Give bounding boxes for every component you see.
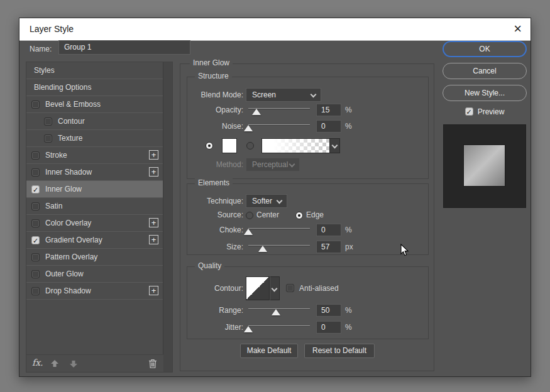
effect-checkbox[interactable] [31,202,40,210]
range-unit: % [345,306,352,315]
sidebar-item-label: Blending Options [34,83,91,92]
choke-slider[interactable] [248,225,310,236]
blend-mode-dropdown[interactable]: Screen [246,88,321,102]
slider-thumb[interactable] [272,309,280,315]
noise-unit: % [345,122,352,131]
sidebar-item-color-overlay[interactable]: Color Overlay+ [26,215,163,232]
layer-style-dialog: Layer Style × Name: Group 1 StylesBlendi… [19,18,531,377]
chevron-down-icon [272,286,278,292]
sidebar-item-texture[interactable]: Texture [26,130,163,147]
sidebar-item-styles[interactable]: Styles [26,62,163,79]
sidebar-item-label: Gradient Overlay [45,236,102,244]
move-up-icon[interactable] [50,359,59,368]
effect-checkbox[interactable] [31,219,40,227]
glow-color-swatch[interactable] [222,138,237,153]
jitter-slider[interactable] [248,322,310,333]
noise-label: Noise: [187,122,243,131]
effect-checkbox[interactable] [31,151,40,160]
slider-thumb[interactable] [244,125,253,131]
effect-checkbox[interactable] [31,168,40,177]
opacity-unit: % [345,106,352,114]
name-label: Name: [30,45,52,53]
close-icon[interactable]: × [514,21,522,37]
source-center-label: Center [256,210,279,219]
reset-to-default-button[interactable]: Reset to Default [304,344,375,358]
slider-track [248,325,310,327]
sidebar-item-satin[interactable]: Satin [26,198,163,215]
preview-checkbox[interactable]: ✓ [465,107,473,116]
elements-legend: Elements [195,178,233,187]
opacity-value[interactable]: 15 [316,104,341,116]
name-input[interactable]: Group 1 [58,40,190,55]
source-edge-label: Edge [306,210,324,219]
slider-thumb[interactable] [244,229,253,235]
sidebar-item-bevel-emboss[interactable]: Bevel & Emboss [26,96,163,113]
opacity-slider[interactable] [248,105,310,116]
sidebar-item-pattern-overlay[interactable]: Pattern Overlay [26,249,163,266]
add-effect-icon[interactable]: + [149,286,158,295]
slider-thumb[interactable] [258,246,267,252]
add-effect-icon[interactable]: + [149,150,158,160]
sidebar-scrollbar[interactable] [163,62,172,372]
anti-aliased-checkbox[interactable] [286,284,294,292]
add-effect-icon[interactable]: + [149,235,158,244]
effect-checkbox[interactable]: ✓ [31,185,40,193]
slider-thumb[interactable] [244,326,253,332]
sidebar-item-gradient-overlay[interactable]: ✓Gradient Overlay+ [26,232,163,249]
move-down-icon[interactable] [69,359,78,368]
glow-gradient-swatch[interactable] [261,138,340,153]
sidebar-item-label: Inner Shadow [45,168,92,177]
dialog-title: Layer Style [30,24,74,34]
sidebar-item-outer-glow[interactable]: Outer Glow [26,266,163,283]
effect-checkbox[interactable]: ✓ [31,236,40,244]
gradient-radio[interactable] [246,142,254,150]
contour-picker-button[interactable] [270,276,280,300]
preview-label: Preview [478,107,505,116]
effect-checkbox[interactable] [44,134,52,143]
effect-checkbox[interactable] [31,287,40,295]
noise-value[interactable]: 0 [316,120,341,133]
sidebar-item-label: Satin [45,202,62,210]
source-center-radio[interactable] [246,212,253,219]
effect-checkbox[interactable] [31,253,40,261]
slider-thumb[interactable] [252,109,261,115]
sidebar-item-inner-glow[interactable]: ✓Inner Glow [26,181,163,198]
technique-dropdown[interactable]: Softer [246,194,287,208]
cancel-button[interactable]: Cancel [443,63,527,79]
sidebar-item-drop-shadow[interactable]: Drop Shadow+ [26,283,163,300]
ok-button[interactable]: OK [443,41,527,57]
make-default-button[interactable]: Make Default [240,344,298,358]
add-effect-icon[interactable]: + [149,167,158,177]
new-style-button[interactable]: New Style... [443,85,527,101]
fx-menu-icon[interactable]: fx. [32,357,43,368]
jitter-value[interactable]: 0 [316,321,341,334]
size-slider[interactable] [248,242,310,253]
effect-checkbox[interactable] [44,117,52,126]
add-effect-icon[interactable]: + [149,218,158,227]
sidebar-item-contour[interactable]: Contour [26,113,163,130]
contour-thumbnail[interactable] [246,276,270,300]
sidebar-item-inner-shadow[interactable]: Inner Shadow+ [26,164,163,181]
sidebar-item-blending-options[interactable]: Blending Options [26,79,163,96]
range-value[interactable]: 50 [316,304,341,317]
dialog-titlebar[interactable]: Layer Style × [19,18,531,41]
size-value[interactable]: 57 [316,241,341,253]
technique-label: Technique: [187,197,243,205]
choke-value[interactable]: 0 [316,224,341,236]
source-edge-radio[interactable] [295,212,303,219]
chevron-down-icon [332,143,338,149]
gradient-picker-button[interactable] [329,139,339,153]
sidebar-item-stroke[interactable]: Stroke+ [26,147,163,164]
range-slider[interactable] [248,305,310,316]
effect-checkbox[interactable] [31,101,40,109]
effect-checkbox[interactable] [31,270,40,278]
structure-legend: Structure [195,72,232,80]
color-radio[interactable] [206,142,213,150]
chevron-down-icon [311,92,317,98]
noise-slider[interactable] [248,121,310,132]
sidebar-item-label: Styles [34,66,55,75]
action-column: OK Cancel New Style... ✓Preview [443,41,527,117]
delete-effect-icon[interactable] [148,358,158,369]
styles-sidebar: StylesBlending OptionsBevel & EmbossCont… [26,62,173,373]
opacity-label: Opacity: [187,106,243,114]
